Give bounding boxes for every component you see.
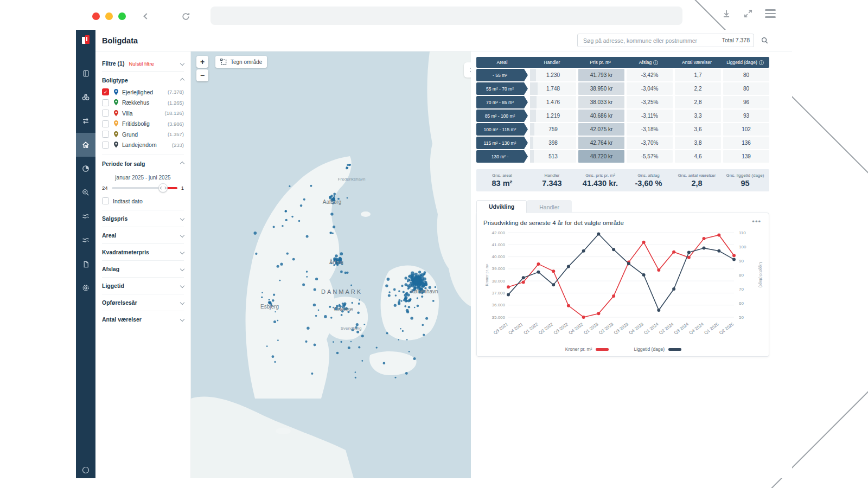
- url-bar[interactable]: [210, 7, 682, 25]
- boligtype-option-count: (1.265): [168, 100, 184, 106]
- reload-button[interactable]: [179, 10, 192, 23]
- column-header[interactable]: Handler: [528, 57, 576, 68]
- svg-text:37.000: 37.000: [492, 291, 506, 296]
- filter-section-kvadratmeterpris[interactable]: Kvadratmeterpris: [102, 243, 184, 260]
- reset-filters-link[interactable]: Nulstil filtre: [129, 61, 154, 67]
- collapse-panel-tab[interactable]: [464, 62, 471, 78]
- tab-udvikling[interactable]: Udvikling: [476, 200, 527, 213]
- slider-handle[interactable]: [158, 183, 168, 192]
- svg-text:Q3 2021: Q3 2021: [493, 322, 509, 336]
- table-row[interactable]: 55 m² - 70 m²1.74838.950 kr-3,04%2,280: [476, 82, 769, 95]
- table-row[interactable]: 115 m² - 130 m²39842.764 kr-3,70%3,8136: [476, 137, 769, 149]
- sidebar-item-home[interactable]: [76, 133, 95, 157]
- periode-label: Periode for salg: [102, 160, 145, 167]
- boligtype-option-label: Ejerlejlighed: [122, 89, 153, 95]
- filters-header[interactable]: Filtre (1) Nulstil filtre: [102, 56, 184, 72]
- forward-button[interactable]: [158, 10, 171, 23]
- tab-handler[interactable]: Handler: [527, 200, 572, 213]
- checkbox[interactable]: [102, 131, 109, 138]
- column-header[interactable]: Liggetid (dage)i: [721, 57, 769, 68]
- slider-track[interactable]: [112, 187, 177, 189]
- boligtype-option[interactable]: Rækkehus(1.265): [102, 98, 184, 108]
- map-panel[interactable]: FrederikshavnAalborgÅrhusDANMARKEsbjergO…: [191, 52, 471, 478]
- map-pin-icon: [113, 99, 119, 106]
- sidebar-item-binoculars[interactable]: [76, 85, 95, 109]
- checkbox[interactable]: ✓: [102, 88, 109, 95]
- handler-bar: [530, 82, 538, 95]
- close-window-button[interactable]: [92, 12, 100, 20]
- sidebar-item-document[interactable]: [76, 252, 95, 276]
- checkbox[interactable]: [102, 110, 109, 117]
- filter-section-liggetid[interactable]: Liggetid: [102, 277, 184, 294]
- boligtype-option[interactable]: Villa(18.126): [102, 108, 184, 119]
- table-row[interactable]: 100 m² - 115 m²75942.075 kr-3,18%3,6102: [476, 123, 769, 136]
- more-options-icon[interactable]: •••: [752, 220, 761, 224]
- app-logo[interactable]: [80, 34, 91, 48]
- chart-tabs: UdviklingHandler: [476, 200, 792, 213]
- chevron-up-icon: [180, 162, 184, 166]
- map-label-odense: Odense: [334, 306, 353, 312]
- filter-section-antalvrelser[interactable]: Antal værelser: [102, 311, 184, 328]
- indtast-dato-checkbox[interactable]: [102, 197, 109, 204]
- vaerelser-cell: 2,2: [675, 82, 721, 95]
- afslag-cell: -3,70%: [627, 137, 673, 149]
- boligtype-option[interactable]: Fritidsbolig(3.986): [102, 119, 184, 130]
- download-icon[interactable]: [722, 9, 731, 18]
- zoom-out-button[interactable]: −: [196, 69, 208, 81]
- boligtype-option[interactable]: Landejendom(233): [102, 140, 184, 151]
- filter-section-opfrelsesr[interactable]: Opførelsesår: [102, 294, 184, 311]
- svg-text:Kroner pr. m²: Kroner pr. m²: [485, 264, 489, 286]
- table-row[interactable]: - 55 m²1.23041.793 kr-3,42%1,780: [476, 69, 769, 81]
- boligtype-section-header[interactable]: Boligtype: [102, 72, 184, 87]
- draw-area-button[interactable]: Tegn område: [215, 56, 267, 68]
- help-icon[interactable]: [76, 462, 95, 478]
- vaerelser-cell: 3,8: [675, 137, 721, 149]
- filter-section-salgspris[interactable]: Salgspris: [102, 210, 184, 227]
- sidebar-item-swap-arrows[interactable]: [76, 109, 95, 133]
- column-header[interactable]: Pris pr. m²: [576, 57, 624, 68]
- zoom-in-button[interactable]: +: [196, 56, 208, 68]
- nav-rail: [76, 30, 95, 478]
- settings-icon: [81, 284, 90, 292]
- filters-label: Filtre (1): [102, 60, 124, 67]
- expand-icon[interactable]: [743, 9, 753, 18]
- checkbox[interactable]: [102, 142, 109, 149]
- summary-stat: Handler7.343: [528, 173, 576, 188]
- column-header[interactable]: Antal værelser: [673, 57, 721, 68]
- back-button[interactable]: [140, 10, 153, 23]
- sidebar-item-ledger[interactable]: [76, 61, 95, 85]
- sidebar-item-flow[interactable]: [76, 228, 95, 252]
- maximize-window-button[interactable]: [118, 12, 126, 20]
- column-header[interactable]: Afslagi: [624, 57, 673, 68]
- checkbox[interactable]: [102, 120, 109, 127]
- filter-section-afslag[interactable]: Afslag: [102, 260, 184, 277]
- draw-area-icon: [220, 59, 227, 66]
- boligtype-option[interactable]: Grund(1.357): [102, 129, 184, 140]
- map-label-frederikshavn: Frederikshavn: [338, 177, 366, 182]
- sidebar-item-zoom-search[interactable]: [76, 181, 95, 204]
- home-icon: [81, 140, 90, 149]
- sidebar-item-pie-chart[interactable]: [76, 157, 95, 181]
- table-row[interactable]: 130 m² -51348.720 kr-5,57%4,6139: [476, 150, 769, 163]
- handler-bar: [530, 150, 534, 163]
- periode-section-header[interactable]: Periode for salg: [102, 155, 184, 170]
- filter-panel: Filtre (1) Nulstil filtre Boligtype ✓Eje…: [95, 52, 191, 478]
- boligtype-option-count: (233): [172, 142, 184, 148]
- svg-text:80: 80: [739, 273, 744, 278]
- table-row[interactable]: 70 m² - 85 m²1.47638.033 kr-3,25%2,896: [476, 96, 769, 108]
- vaerelser-cell: 2,8: [675, 96, 721, 108]
- filter-section-areal[interactable]: Areal: [102, 227, 184, 243]
- sidebar-item-flow[interactable]: [76, 204, 95, 228]
- indtast-dato-row[interactable]: Indtast dato: [102, 195, 184, 210]
- menu-icon[interactable]: [765, 9, 776, 18]
- search-button[interactable]: [758, 35, 770, 47]
- app-window: Boligdata Total 7.378 Filtre (1) Nulstil…: [76, 30, 792, 478]
- table-row[interactable]: 85 m² - 100 m²1.21940.686 kr-3,11%3,393: [476, 110, 769, 122]
- sidebar-item-settings[interactable]: [76, 276, 95, 300]
- draw-area-label: Tegn område: [231, 59, 262, 65]
- checkbox[interactable]: [102, 99, 109, 106]
- boligtype-option[interactable]: ✓Ejerlejlighed(7.378): [102, 87, 184, 98]
- minimize-window-button[interactable]: [105, 12, 113, 20]
- column-header[interactable]: Areal: [476, 57, 528, 68]
- vaerelser-cell: 4,6: [675, 150, 721, 163]
